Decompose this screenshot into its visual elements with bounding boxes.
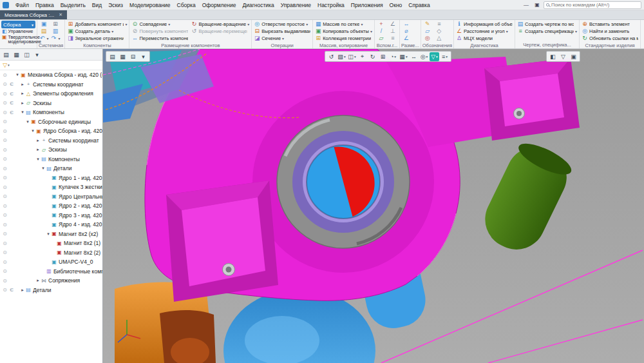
rotate-component[interactable]: ⊘Повернуть компонент [131,28,189,35]
scene-settings-icon[interactable]: ≡▾ [440,52,450,61]
object-info[interactable]: ℹИнформация об объекте [455,21,513,28]
menu-item-6[interactable]: Моделирование [126,2,174,8]
expander-icon[interactable]: ▸ [35,147,41,152]
tree-filter-icon[interactable]: ▽▾ [1,61,11,70]
panels-toggle-icon[interactable]: ▤ [108,52,117,61]
previous-view-icon[interactable]: ↺ [327,52,336,61]
menu-item-12[interactable]: Приложения [348,2,386,8]
find-replace[interactable]: ◎Найти и заменить [581,28,639,35]
visibility-eye-icon[interactable]: ⊙ [1,147,8,153]
search-input[interactable] [551,2,639,8]
3d-viewport[interactable]: ▤▦⊟▾ ↺▧▾◫▾⌖↻⊞◔▾▦▾↔◎▾▽▾≡▾ ◧▽▣ [103,49,644,363]
visibility-eye-icon[interactable]: ⊙ [1,231,8,237]
expander-icon[interactable]: ▾ [20,110,25,115]
aux-axis[interactable]: / [376,28,386,35]
visibility-eye-icon[interactable]: ⊙ [1,212,8,218]
linear-dimension[interactable]: ↔ [401,21,412,28]
tree-row[interactable]: ⊙▾▣Ядро Сборка - изд. 420 (комп... [0,126,102,136]
expander-icon[interactable]: ▾ [30,128,35,133]
close-tab-icon[interactable]: ✕ [59,12,62,17]
expander-icon[interactable]: ▾ [41,166,46,171]
rotation-translation-mate[interactable]: ↺Вращение-перемещение [190,28,250,35]
visibility-eye-icon[interactable]: ⊙ [1,110,8,115]
menu-item-13[interactable]: Окно [386,2,406,8]
menu-item-2[interactable]: Правка [32,2,57,8]
expander-icon[interactable]: ▾ [25,119,30,124]
cut-extrude[interactable]: ⊟Вырезать выдавливанием [253,28,311,35]
menu-item-4[interactable]: Вид [89,2,105,8]
visibility-eye-icon[interactable]: ⊙ [1,278,8,284]
tree-row[interactable]: ⊙Є▾▤Компоненты [0,108,102,117]
aux-plane[interactable]: ▱ [376,35,386,42]
zoom-window-icon[interactable]: ⊞ [378,52,388,61]
document-tab[interactable]: Механика Сборка :... ✕ [0,10,67,19]
upper-right-boss[interactable] [484,58,580,141]
visibility-eye-icon[interactable]: ⊙ [1,193,8,199]
tree-row[interactable]: ⊙▾▣Магнит 8х2 (х2) [0,230,102,239]
tree-row[interactable]: ⊙▣Кулачек 3 жесткий цент... [0,182,102,192]
tree-row[interactable]: ⊙▣Ядро 4 - изд. 420 (компакт... [0,220,102,230]
visibility-eye-icon[interactable]: ⊙ [1,100,8,106]
visibility-eye-icon[interactable]: ⊙ [1,184,8,190]
orientation-icon[interactable]: ◫▾ [347,52,357,61]
grid-pattern[interactable]: ▦Массив по сетке▾ [314,21,373,28]
visibility-eye-icon[interactable]: ⊙ [1,72,8,78]
datum[interactable]: ▱ [422,28,433,35]
visibility-eye-icon[interactable]: ⊙ [1,240,8,246]
visibility-eye-icon[interactable]: ⊙ [1,268,8,274]
designation[interactable]: ◎ [422,35,433,42]
redo[interactable]: ↷▾ [50,35,61,42]
tree-row[interactable]: ⊙Є▸△Элементы оформления [0,89,102,99]
expander-icon[interactable]: ▸ [35,138,41,143]
lower-left-boss[interactable] [166,181,278,302]
visibility-eye-icon[interactable]: ⊙ [1,203,8,209]
geometry-collection[interactable]: ⊞Коллекция геометрии [314,35,373,42]
menu-item-11[interactable]: Настройка [314,2,348,8]
pan-view-icon[interactable]: ↔ [409,52,419,61]
expander-icon[interactable]: ▸ [20,91,25,96]
tree-row[interactable]: ⊙Є▸▤Детали [0,286,102,295]
visibility-eye-icon[interactable]: ⊙ [1,175,8,181]
add-component[interactable]: ⊞Добавить компонент из...▾ [66,21,128,28]
rotation-rotation-mate[interactable]: ↻Вращение-вращение▾ [190,21,250,28]
tree-composition-view-icon[interactable]: ▦ [12,50,21,59]
visibility-eye-icon[interactable]: ⊙ [1,91,8,97]
coincident-mate[interactable]: ⊙Совпадение▾ [131,21,189,28]
view-settings-icon[interactable]: ▣ [569,52,578,61]
display-filter-icon[interactable]: ▽ [558,52,568,61]
tree-row[interactable]: ⊙▣Ядро 2 - изд. 420 (компакт... [0,201,102,211]
expander-icon[interactable]: ▾ [15,72,20,77]
expander-icon[interactable]: ▸ [20,101,25,106]
menu-item-8[interactable]: Оформление [199,2,240,8]
menu-item-14[interactable]: Справка [405,2,433,8]
fit-all-icon[interactable]: ⌖ [357,52,367,61]
toolset-item-management[interactable]: ◧ Управление [1,29,35,34]
angle-dimension[interactable]: ∠ [401,35,412,42]
copy[interactable]: ▥ [50,28,61,35]
aux-perpendicular[interactable]: ⊥ [388,28,398,35]
aux-point[interactable]: + [376,21,386,28]
display-mode-icon[interactable]: ▧▾ [337,52,346,61]
panel-more-icon[interactable]: ▾ [138,52,148,61]
collapse-ribbon-icon[interactable]: — [522,1,531,9]
visibility-eye-icon[interactable]: ⊙ [1,81,8,87]
tree-row[interactable]: ⊙▣Магнит 8х2 (1) [0,239,102,248]
visibility-eye-icon[interactable]: ⊙ [1,222,8,228]
update-links[interactable]: ↻Обновить ссылки на мод... [581,35,639,42]
simple-hole[interactable]: ◎Отверстие простое▾ [253,21,311,28]
expander-icon[interactable]: ▾ [35,157,41,162]
roughness[interactable]: △ [434,35,444,42]
menu-item-7[interactable]: Сборка [174,2,199,8]
copy-objects[interactable]: ▣Копировать объекты▾ [314,28,373,35]
tree-row[interactable]: ⊙▸+Системы координат [0,136,102,146]
mirror-components[interactable]: ◨Зеркальное отражение ко... [66,35,128,42]
visibility-eye-icon[interactable]: ⊙ [1,128,8,134]
visibility-eye-icon[interactable]: ⊙ [1,156,8,162]
toolset-item-solid-modeling[interactable]: ▣ Твердотельное моделирование [1,35,35,44]
menu-item-3[interactable]: Выделить [57,2,89,8]
table[interactable]: ≡ [434,21,444,28]
tree-row[interactable]: ⊙Є▸+Системы координат [0,80,102,90]
app-logo-icon[interactable] [3,2,9,8]
visibility-eye-icon[interactable]: ⊙ [1,287,8,293]
expander-icon[interactable]: ▸ [20,82,25,87]
